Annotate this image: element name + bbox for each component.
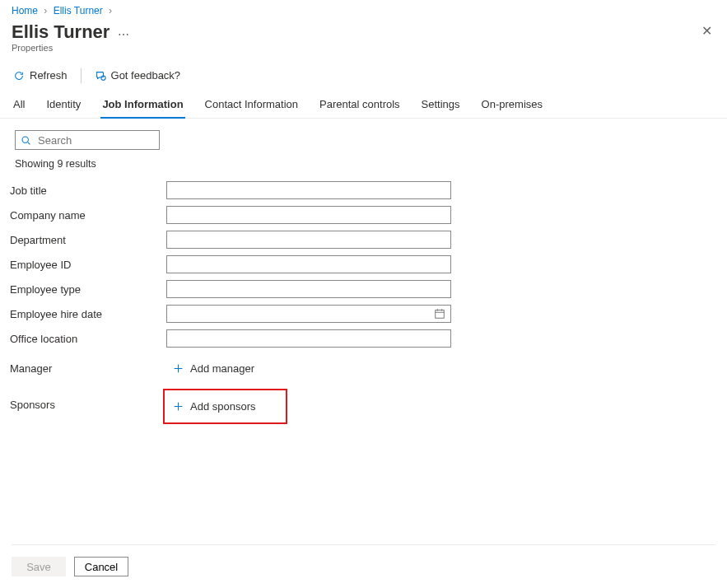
results-count: Showing 9 results (0, 153, 727, 178)
cancel-button[interactable]: Cancel (74, 557, 128, 576)
label-employee-type: Employee type (10, 283, 166, 296)
search-icon (21, 135, 31, 146)
input-job-title[interactable] (166, 181, 451, 199)
add-manager-button[interactable]: Add manager (166, 359, 261, 378)
highlight-add-sponsors: Add sponsors (163, 389, 287, 424)
breadcrumb-parent[interactable]: Ellis Turner (54, 5, 103, 16)
label-sponsors: Sponsors (10, 399, 166, 411)
calendar-icon (434, 308, 445, 320)
more-menu-button[interactable]: ⋯ (118, 23, 129, 41)
chevron-right-icon: › (109, 5, 112, 16)
input-department[interactable] (166, 231, 451, 249)
svg-line-2 (28, 142, 30, 143)
add-manager-label: Add manager (190, 362, 254, 375)
label-hire-date: Employee hire date (10, 308, 166, 320)
page-title: Ellis Turner (12, 21, 110, 43)
label-manager: Manager (10, 362, 166, 375)
feedback-label: Got feedback? (111, 69, 181, 82)
label-office-location: Office location (10, 333, 166, 345)
tab-contact-information[interactable]: Contact Information (203, 93, 300, 119)
tab-on-premises[interactable]: On-premises (480, 93, 544, 119)
refresh-icon (13, 70, 25, 82)
breadcrumb: Home › Ellis Turner › (0, 0, 727, 18)
input-company-name[interactable] (166, 206, 451, 224)
close-button[interactable]: ✕ (698, 21, 715, 41)
add-sponsors-label: Add sponsors (190, 400, 256, 413)
label-job-title: Job title (10, 184, 166, 197)
feedback-icon (95, 70, 106, 82)
save-button[interactable]: Save (12, 557, 66, 576)
label-department: Department (10, 234, 166, 246)
label-employee-id: Employee ID (10, 259, 166, 271)
tab-identity[interactable]: Identity (44, 93, 82, 119)
plus-icon (173, 401, 184, 412)
search-box[interactable] (15, 130, 160, 150)
tab-settings[interactable]: Settings (420, 93, 462, 119)
label-company-name: Company name (10, 209, 166, 222)
input-employee-id[interactable] (166, 255, 451, 273)
input-office-location[interactable] (166, 329, 451, 348)
add-sponsors-button[interactable]: Add sponsors (166, 397, 263, 416)
refresh-label: Refresh (30, 69, 68, 82)
tab-all[interactable]: All (12, 93, 26, 119)
feedback-button[interactable]: Got feedback? (93, 66, 183, 85)
page-subtitle: Properties (0, 43, 727, 61)
search-input[interactable] (36, 133, 151, 147)
plus-icon (173, 363, 184, 374)
input-hire-date[interactable] (166, 305, 451, 323)
svg-rect-3 (436, 310, 445, 319)
input-employee-type[interactable] (166, 280, 451, 298)
breadcrumb-home[interactable]: Home (12, 5, 38, 16)
tab-job-information[interactable]: Job Information (100, 93, 184, 119)
svg-point-1 (22, 137, 28, 142)
tabs: All Identity Job Information Contact Inf… (0, 93, 727, 119)
toolbar-separator (81, 68, 82, 83)
refresh-button[interactable]: Refresh (12, 66, 69, 85)
chevron-right-icon: › (44, 5, 47, 16)
tab-parental-controls[interactable]: Parental controls (318, 93, 402, 119)
